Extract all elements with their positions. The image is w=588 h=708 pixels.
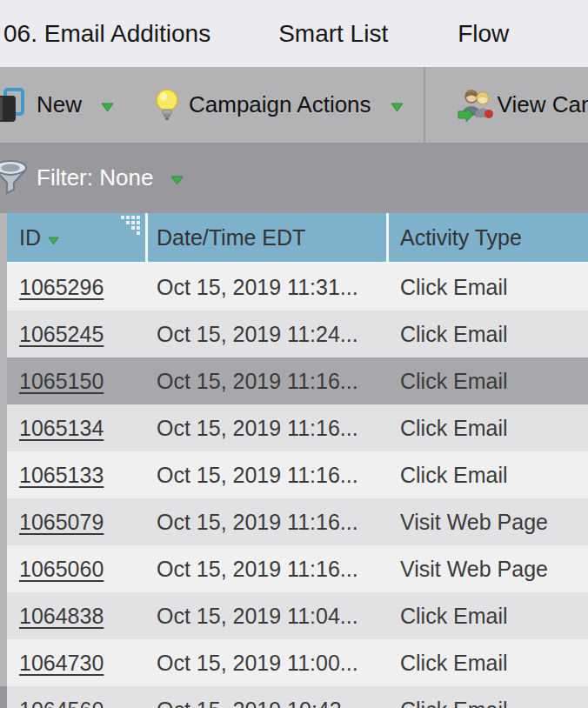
table-row[interactable]: 1065133 Oct 15, 2019 11:16... Click Emai… bbox=[7, 451, 588, 498]
row-activity: Click Email bbox=[389, 416, 588, 441]
row-id-link[interactable]: 1065060 bbox=[19, 557, 104, 581]
view-campaign-label: View Camp bbox=[498, 91, 588, 118]
row-id-link[interactable]: 1064730 bbox=[19, 651, 104, 675]
table-row[interactable]: 1065079 Oct 15, 2019 11:16... Visit Web … bbox=[7, 498, 588, 545]
tab-smart-list[interactable]: Smart List bbox=[278, 20, 388, 48]
table-row[interactable]: 1065150 Oct 15, 2019 11:16... Click Emai… bbox=[7, 357, 588, 404]
row-datetime: Oct 15, 2019 11:16... bbox=[148, 463, 389, 488]
sort-icon bbox=[48, 225, 59, 250]
new-dropdown-icon bbox=[101, 91, 114, 118]
toolbar: New Campaign Actions bbox=[0, 67, 588, 143]
row-datetime: Oct 15, 2019 11:16... bbox=[148, 557, 389, 582]
tab-flow[interactable]: Flow bbox=[458, 20, 509, 48]
column-header-datetime-label: Date/Time EDT bbox=[157, 225, 305, 250]
table-row[interactable]: 1064730 Oct 15, 2019 11:00... Click Emai… bbox=[7, 639, 588, 686]
table-row[interactable]: 1064838 Oct 15, 2019 11:04... Click Emai… bbox=[7, 592, 588, 639]
filter-label: Filter: None bbox=[37, 164, 153, 191]
row-activity: Click Email bbox=[389, 698, 588, 708]
row-activity: Click Email bbox=[389, 604, 588, 629]
toolbar-divider bbox=[424, 67, 425, 143]
table-row[interactable]: 1065296 Oct 15, 2019 11:31... Click Emai… bbox=[7, 264, 588, 311]
table-row[interactable]: 1065245 Oct 15, 2019 11:24... Click Emai… bbox=[7, 311, 588, 357]
row-id-link[interactable]: 1065134 bbox=[19, 416, 104, 440]
row-datetime: Oct 15, 2019 10:43... bbox=[148, 698, 389, 708]
column-header-id-label: ID bbox=[19, 225, 41, 250]
filter-bar[interactable]: Filter: None bbox=[0, 143, 588, 213]
row-activity: Click Email bbox=[389, 463, 588, 488]
table-body: 1065296 Oct 15, 2019 11:31... Click Emai… bbox=[7, 264, 588, 708]
campaign-actions-dropdown-icon bbox=[391, 91, 404, 118]
view-campaign-icon bbox=[458, 88, 494, 123]
row-activity: Visit Web Page bbox=[389, 510, 588, 535]
row-id-link[interactable]: 1064838 bbox=[19, 604, 104, 628]
filter-icon bbox=[0, 160, 28, 197]
new-icon bbox=[0, 87, 28, 124]
row-id-link[interactable]: 1065079 bbox=[19, 510, 104, 534]
campaign-actions-icon bbox=[154, 88, 180, 123]
row-id-link[interactable]: 1065150 bbox=[19, 369, 104, 393]
row-datetime: Oct 15, 2019 11:16... bbox=[148, 369, 389, 394]
tab-campaign-name[interactable]: 06. Email Additions bbox=[3, 20, 210, 48]
row-datetime: Oct 15, 2019 11:16... bbox=[148, 510, 389, 535]
new-button-label: New bbox=[37, 91, 82, 118]
column-header-activity-type[interactable]: Activity Type bbox=[389, 213, 588, 262]
table-header: ID bbox=[7, 213, 588, 264]
row-activity: Click Email bbox=[389, 322, 588, 347]
column-header-activity-type-label: Activity Type bbox=[400, 225, 522, 250]
column-header-datetime[interactable]: Date/Time EDT bbox=[148, 213, 386, 262]
filter-dropdown-icon bbox=[170, 164, 184, 191]
row-activity: Click Email bbox=[389, 369, 588, 394]
campaign-actions-label: Campaign Actions bbox=[189, 91, 371, 118]
column-header-id[interactable]: ID bbox=[7, 213, 145, 262]
row-datetime: Oct 15, 2019 11:31... bbox=[148, 275, 389, 300]
row-datetime: Oct 15, 2019 11:00... bbox=[148, 651, 389, 676]
campaign-actions-button[interactable]: Campaign Actions bbox=[154, 88, 404, 123]
grippy-icon[interactable] bbox=[121, 216, 141, 244]
row-datetime: Oct 15, 2019 11:16... bbox=[148, 416, 389, 441]
row-datetime: Oct 15, 2019 11:04... bbox=[148, 604, 389, 629]
row-id-link[interactable]: 1065133 bbox=[19, 463, 104, 487]
row-id-link[interactable]: 1065296 bbox=[19, 275, 104, 299]
row-activity: Click Email bbox=[389, 275, 588, 300]
activity-grid: ID bbox=[0, 213, 588, 708]
row-id-link[interactable]: 1065245 bbox=[19, 322, 104, 346]
row-id-link[interactable]: 1064560 bbox=[19, 698, 104, 708]
grid-left-edge bbox=[0, 213, 7, 708]
table-row[interactable]: 1065060 Oct 15, 2019 11:16... Visit Web … bbox=[7, 545, 588, 592]
tab-bar: 06. Email Additions Smart List Flow bbox=[0, 0, 588, 67]
row-datetime: Oct 15, 2019 11:24... bbox=[148, 322, 389, 347]
view-campaign-members-button[interactable]: View Camp bbox=[458, 88, 588, 123]
table-row[interactable]: 1065134 Oct 15, 2019 11:16... Click Emai… bbox=[7, 404, 588, 451]
row-activity: Click Email bbox=[389, 651, 588, 676]
row-activity: Visit Web Page bbox=[389, 557, 588, 582]
table-row[interactable]: 1064560 Oct 15, 2019 10:43... Click Emai… bbox=[7, 686, 588, 708]
new-button[interactable]: New bbox=[0, 87, 114, 124]
